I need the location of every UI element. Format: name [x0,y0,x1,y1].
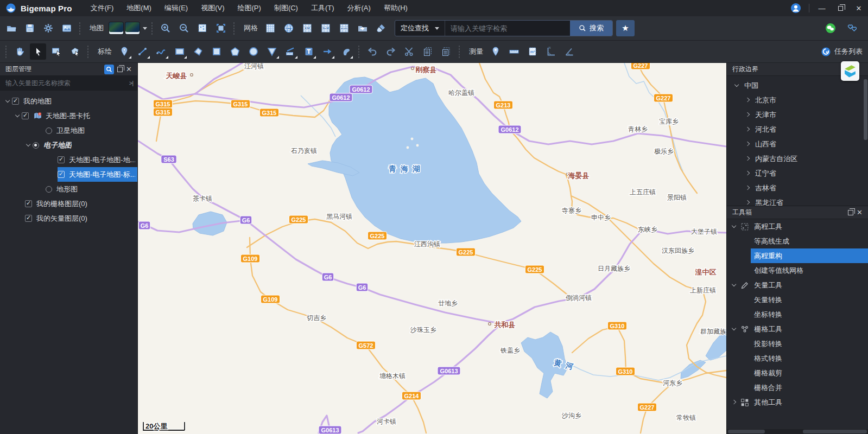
search-button[interactable]: 搜索 [570,20,612,36]
toolbox-item[interactable]: 矢量转换 [751,292,868,307]
chevron-right-icon[interactable] [745,142,750,146]
menu-item-2[interactable]: 编辑(E) [158,3,194,13]
poly-select-icon[interactable] [67,43,83,60]
open-folder-icon[interactable] [3,20,20,36]
search-input[interactable] [445,21,570,36]
menu-item-6[interactable]: 工具(T) [305,3,341,13]
zoom-out-icon[interactable] [176,20,192,36]
text-tool-icon[interactable] [301,43,317,60]
hearts-icon[interactable] [844,20,860,36]
toolbox-group[interactable]: 矢量工具 [727,278,868,292]
checkbox[interactable] [58,156,65,163]
admin-tree-item[interactable]: 辽宁省 [727,166,868,181]
menu-item-4[interactable]: 绘图(P) [231,3,268,13]
layer-tree-row[interactable]: 卫星地图 [0,123,137,138]
circle-shape-icon[interactable] [245,43,262,60]
paste-icon[interactable] [438,43,454,60]
chevron-down-icon[interactable] [734,82,739,87]
admin-tree-item[interactable]: 天津市 [727,107,868,122]
grid-icon[interactable] [262,20,278,36]
chevron-down-icon[interactable] [732,224,737,228]
kite-icon[interactable] [190,43,206,60]
rect-select-icon[interactable] [48,43,65,60]
copy-icon[interactable] [420,43,436,60]
menu-item-3[interactable]: 视图(V) [194,3,231,13]
chevron-right-icon[interactable] [745,98,750,103]
chevron-right-icon[interactable] [745,186,750,190]
pan-hand-icon[interactable] [11,43,28,60]
triangle-shape-icon[interactable] [264,43,280,60]
chevron-right-icon[interactable] [745,171,750,176]
float-panel-icon[interactable] [117,67,123,72]
float-panel-icon[interactable] [848,210,853,215]
chevron-down-icon[interactable] [15,113,20,118]
measure-area-icon[interactable]: m² [524,43,541,60]
mgrs-grid-icon[interactable]: MGRS [336,20,352,36]
measure-point-icon[interactable] [487,43,504,60]
chevron-down-icon[interactable] [26,142,31,147]
chevron-down-icon[interactable] [5,98,10,103]
close-panel-icon[interactable]: ✕ [126,66,132,73]
layer-tree-row[interactable]: 我的矢量图层(0) [0,211,137,226]
save-icon[interactable] [22,20,38,36]
toolbox-group[interactable]: 高程工具 [727,219,868,234]
radio-button[interactable] [33,142,39,149]
account-avatar-icon[interactable] [790,3,801,14]
layer-tree-row[interactable]: 天地图-墨卡托 [0,108,137,123]
settings-icon[interactable] [40,20,56,36]
measure-distance-icon[interactable] [506,43,522,60]
full-extent-icon[interactable] [213,20,229,36]
toolbox-group[interactable]: 栅格工具 [727,322,868,336]
redo-icon[interactable] [383,43,399,60]
toolbox-item[interactable]: 格式转换 [751,351,868,366]
toolbox-item[interactable]: 高程重构 [751,248,868,263]
map-viewport[interactable]: G315G315G315G315G0612G0612G0612G213G227G… [138,63,726,434]
chevron-right-icon[interactable] [745,200,750,205]
measure-angle-n-icon[interactable]: N [543,43,559,60]
layer-tree-row[interactable]: 天地图-电子地图-标... [0,167,137,182]
km-grid-icon[interactable]: KM [299,20,315,36]
toolbox-item[interactable]: 坐标转换 [751,307,868,322]
radio-button[interactable] [46,186,52,193]
cut-icon[interactable] [401,43,417,60]
chevron-right-icon[interactable] [745,127,750,132]
measure-angle-icon[interactable] [561,43,578,60]
task-list-button[interactable]: 任务列表 [821,47,863,57]
admin-tree-item[interactable]: 山西省 [727,137,868,151]
checkbox[interactable] [25,215,32,222]
checkbox[interactable] [12,98,19,105]
menu-item-1[interactable]: 地图(M) [120,3,158,13]
zoom-box-icon[interactable] [194,20,211,36]
chevron-right-icon[interactable] [745,112,750,117]
folder-link-icon[interactable] [354,20,371,36]
admin-tree-item[interactable]: 北京市 [727,93,868,107]
square-icon[interactable] [208,43,225,60]
arrow-tool-icon[interactable] [319,43,335,60]
toolbox-item[interactable]: 等高线生成 [751,234,868,248]
toolbox-item[interactable]: 栅格合并 [751,380,868,395]
collapse-input-icon[interactable]: >| [125,80,137,86]
layer-search-icon[interactable] [104,65,114,74]
layer-filter-input[interactable] [0,79,125,87]
chevron-down-icon[interactable] [732,326,737,331]
restore-button[interactable] [831,0,850,16]
layer-tree-row[interactable]: 地形图 [0,182,137,196]
chevron-down-icon[interactable] [732,282,737,287]
menu-item-8[interactable]: 帮助(H) [377,3,414,13]
chevron-down-icon[interactable] [143,27,147,30]
checkbox[interactable] [58,171,65,178]
admin-tree-item[interactable]: 黑龙江省 [727,195,868,206]
undo-icon[interactable] [364,43,381,60]
toolbox-item[interactable]: 创建等值线网格 [751,263,868,278]
radio-button[interactable] [46,127,52,134]
scrollbar[interactable] [863,77,867,205]
slope-ruler-icon[interactable] [282,43,299,60]
menu-item-0[interactable]: 文件(F) [84,3,121,13]
menu-item-5[interactable]: 制图(C) [268,3,305,13]
favorite-star-button[interactable]: ★ [616,20,635,36]
minimize-button[interactable]: — [813,0,831,16]
layer-tree-row[interactable]: 电子地图 [0,138,137,152]
curve-icon[interactable] [153,43,169,60]
horizontal-scrollbar[interactable] [727,429,868,434]
select-cursor-icon[interactable] [30,43,46,60]
